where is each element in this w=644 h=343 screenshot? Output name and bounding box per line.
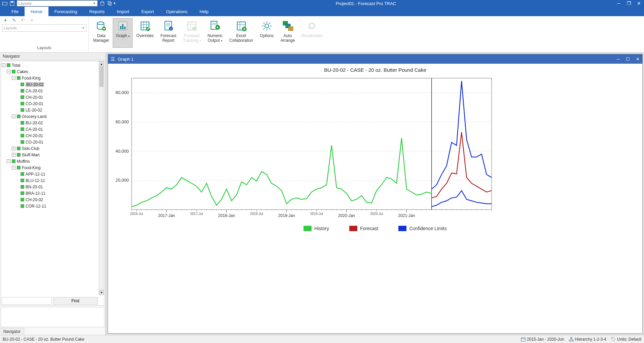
ribbon-numeric-output[interactable]: NumericOutput ▾ [205, 18, 226, 48]
excel-collab-icon: X [235, 20, 247, 32]
tree-toggle[interactable]: + [12, 147, 15, 150]
chart: 20,00040,00060,00080,0002017-Jan2018-Jan… [108, 75, 495, 223]
tree-node[interactable]: −Total [2, 62, 103, 68]
tree-node[interactable]: ⋯CA-20-01 [2, 126, 103, 132]
ribbon-excel-collab[interactable]: XExcelCollaboration [226, 18, 256, 48]
database-icon[interactable] [100, 1, 105, 6]
svg-rect-48 [132, 78, 492, 210]
options-icon [261, 20, 273, 32]
menu-import[interactable]: Import [111, 7, 135, 16]
menu-export[interactable]: Export [135, 7, 160, 16]
status-date-range[interactable]: 2015-Jan - 2020-Jun [521, 337, 564, 342]
tree-label: Sids-Club [22, 146, 39, 151]
ribbon-options[interactable]: Options [257, 18, 277, 48]
scroll-down-button[interactable]: ▼ [99, 290, 104, 295]
tree-node[interactable]: +Stuff-Mart [2, 152, 103, 158]
node-status-icon [21, 185, 24, 189]
graph-close-button[interactable]: ✕ [636, 57, 640, 62]
ribbon-auto-arrange[interactable]: AutoArrange [277, 18, 298, 48]
undo-icon[interactable]: ↶ [20, 18, 26, 23]
graph-minimize-button[interactable]: ─ [617, 57, 620, 62]
tree-node[interactable]: ⋯CA-20-01 [2, 88, 103, 94]
tree-node[interactable]: ⋯COR-12-11 [2, 203, 103, 209]
chevron-down-icon: ▼ [82, 26, 85, 30]
svg-point-36 [265, 24, 269, 28]
tree-node[interactable]: −Muffins [2, 158, 103, 164]
tree-label: Total [12, 63, 20, 68]
save-icon[interactable] [9, 1, 15, 6]
menu-operations[interactable]: Operations [160, 7, 194, 16]
chevron-down-icon[interactable]: ▼ [113, 2, 116, 5]
graph-maximize-button[interactable]: ☐ [626, 57, 630, 62]
tree-node[interactable]: ⋯BLU-12-11 [2, 177, 103, 184]
tag-icon [611, 337, 616, 342]
tree-node[interactable]: −Food-King [2, 164, 103, 171]
tree-node[interactable]: ⋯BRA-12-11 [2, 190, 103, 196]
menu-home[interactable]: Home [25, 7, 48, 16]
legend-label-history: History [314, 226, 329, 231]
tree-toggle[interactable]: − [12, 115, 15, 118]
open-icon[interactable] [2, 1, 7, 6]
tree-node[interactable]: ⋯CH-20-02 [2, 196, 103, 203]
tree-toggle[interactable]: − [2, 63, 5, 67]
tree-node[interactable]: −Cakes [2, 68, 103, 75]
tree-toggle[interactable]: + [12, 153, 15, 157]
ribbon-graph[interactable]: Graph ▾ [113, 18, 133, 48]
tree-toggle[interactable]: − [7, 159, 10, 163]
tree-toggle[interactable]: − [12, 166, 15, 169]
ribbon-overrides[interactable]: Overrides [133, 18, 157, 48]
navigator-tab[interactable]: Navigator [0, 328, 24, 335]
ribbon-label: AutoArrange [280, 33, 295, 43]
graph-titlebar[interactable]: ☰ Graph 1 ─ ☐ ✕ [108, 54, 642, 64]
menu-forecasting[interactable]: Forecasting [48, 7, 83, 16]
graph-pane: ☰ Graph 1 ─ ☐ ✕ BU-20-02 - CASE - 20 oz.… [106, 53, 644, 335]
graph-window-title: Graph 1 [118, 57, 617, 62]
ribbon-data-manager[interactable]: DataManager [90, 18, 112, 48]
svg-rect-10 [124, 27, 126, 29]
tree-toggle[interactable]: − [12, 76, 15, 80]
copy-icon[interactable] [107, 1, 112, 6]
tree-label: CH-20-02 [26, 197, 43, 202]
tree-label: BU-20-02 [26, 82, 44, 87]
tree-node[interactable]: +Sids-Club [2, 145, 103, 152]
find-button[interactable]: Find [53, 297, 98, 305]
add-icon[interactable]: + [3, 18, 8, 23]
hierarchy-icon [569, 337, 574, 342]
node-status-icon [17, 147, 21, 150]
navigator-tree[interactable]: −Total−Cakes−Food-King⋯BU-20-02⋯CA-20-01… [1, 61, 104, 295]
remove-icon[interactable]: − [29, 18, 34, 23]
tree-node[interactable]: ⋯BU-20-02 [2, 81, 103, 88]
layouts-combo[interactable]: Layouts ▼ [2, 24, 86, 32]
close-button[interactable]: ✕ [636, 1, 642, 6]
layouts-combo-titlebar[interactable]: Layouts ▼ [17, 0, 98, 6]
scroll-thumb[interactable] [99, 67, 104, 87]
menu-file[interactable]: File [5, 7, 25, 16]
maximize-button[interactable]: ❐ [626, 1, 632, 6]
tree-node[interactable]: −Food-King [2, 75, 103, 81]
status-hierarchy[interactable]: Hierarchy 1-2-3-4 [569, 337, 606, 342]
tree-node[interactable]: ⋯BN-20-01 [2, 184, 103, 190]
menu-icon[interactable]: ☰ [111, 56, 115, 62]
tree-node[interactable]: ⋯BU-20-02 [2, 120, 103, 126]
find-input[interactable] [2, 297, 51, 305]
navigator-header: Navigator [0, 53, 105, 60]
tree-toggle[interactable]: − [7, 70, 10, 73]
edit-icon[interactable]: ✎ [11, 18, 17, 23]
ribbon-label: NumericOutput ▾ [208, 33, 223, 43]
menu-reports[interactable]: Reports [83, 7, 111, 16]
ribbon-forecast-report[interactable]: iForecastReport [157, 18, 179, 48]
tree-node[interactable]: −Grocery-Land [2, 113, 103, 120]
minimize-button[interactable]: ─ [616, 1, 622, 6]
scroll-up-button[interactable]: ▲ [99, 61, 104, 67]
tree-node[interactable]: ⋯LE-20-02 [2, 107, 103, 113]
tree-label: Grocery-Land [22, 114, 46, 119]
tree-node[interactable]: ⋯CH-20-01 [2, 132, 103, 139]
tree-node[interactable]: ⋯CO-20-01 [2, 139, 103, 145]
tree-node[interactable]: ⋯CH-20-01 [2, 94, 103, 100]
menu-help[interactable]: Help [193, 7, 215, 16]
tree-node[interactable]: ⋯CO-20-01 [2, 100, 103, 107]
tree-scrollbar[interactable]: ▲ ▼ [99, 61, 104, 295]
status-units[interactable]: Units: Default [611, 337, 641, 342]
tree-node[interactable]: ⋯APP-12-11 [2, 171, 103, 177]
node-status-icon [21, 204, 24, 208]
